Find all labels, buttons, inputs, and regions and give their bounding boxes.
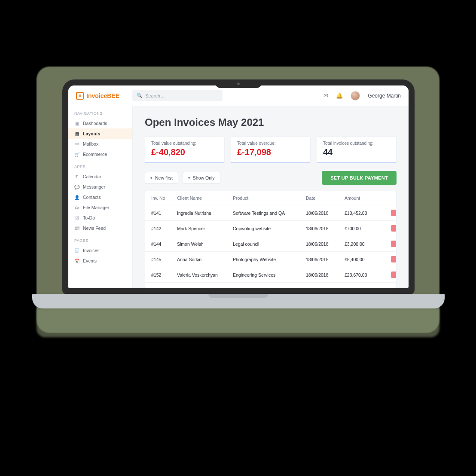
sidebar-item-to-do[interactable]: ☑To-Do xyxy=(68,213,132,223)
screen: ≡ InvoiceBEE 🔍 Search… ✉ 🔔 George Martin… xyxy=(68,85,409,288)
status-badge: DUE xyxy=(391,210,397,216)
table-cell-date: 18/06/2018 xyxy=(306,272,345,278)
laptop-base xyxy=(32,294,445,308)
table-cell-client: Ingredia Nutrisha xyxy=(177,211,233,216)
table-cell-no: #141 xyxy=(151,211,177,216)
event-icon: 📅 xyxy=(74,258,79,263)
mail-icon: ✉ xyxy=(74,141,79,146)
table-row[interactable]: #141Ingredia NutrishaSoftware Testings a… xyxy=(145,205,396,221)
sidebar-item-mailbox[interactable]: ✉Mailbox xyxy=(68,139,132,149)
calendar-icon: 🗓 xyxy=(74,174,79,179)
news-icon: 📰 xyxy=(74,226,79,231)
table-row[interactable]: #144Simon WelshLegal council18/06/2018£3… xyxy=(145,236,396,252)
folder-icon: 🗂 xyxy=(74,205,79,210)
table-cell-amount: £3,200.00 xyxy=(345,241,383,247)
brand-icon: ≡ xyxy=(76,92,84,100)
table-cell-client: Valeria Voskerchyan xyxy=(177,272,233,278)
card-label: Total value outstanding: xyxy=(151,141,218,146)
table-cell-amount: £5,400.00 xyxy=(345,257,383,262)
table-row[interactable]: #142Mark SpencerCopwriting website18/06/… xyxy=(145,221,396,236)
sidebar-item-label: Calendar xyxy=(83,174,101,179)
card-label: Total value overdue: xyxy=(237,141,304,146)
sidebar-item-contacts[interactable]: 👤Contacts xyxy=(68,192,132,202)
table-header-cell: Inv. No xyxy=(151,195,177,201)
chevron-down-icon: ▾ xyxy=(150,176,153,180)
cart-icon: 🛒 xyxy=(74,152,79,157)
card-label: Total invoices outstanding: xyxy=(323,141,390,146)
status-badge: DUE xyxy=(391,272,397,278)
table-cell-no: #152 xyxy=(151,272,177,278)
filter-label: Show Only xyxy=(193,175,215,180)
sidebar-item-file-manager[interactable]: 🗂File Manager xyxy=(68,202,132,213)
layout-icon: ▤ xyxy=(74,131,79,136)
table-row[interactable]: #145Anna SorkinPhotography Website18/06/… xyxy=(145,252,396,267)
table-cell-date: 18/06/2018 xyxy=(306,257,345,262)
sidebar-item-messanger[interactable]: 💬Messanger xyxy=(68,182,132,192)
laptop-shadow xyxy=(37,309,439,337)
table-header-cell: Client Name xyxy=(177,195,233,201)
table-cell-product: Legal council xyxy=(233,241,306,247)
sidebar-item-label: Layouts xyxy=(83,131,100,136)
sidebar-item-calendar[interactable]: 🗓Calendar xyxy=(68,171,132,182)
card-value: 44 xyxy=(323,147,390,157)
todo-icon: ☑ xyxy=(74,215,79,220)
camera-dot xyxy=(237,82,240,85)
table-cell-client: Simon Welsh xyxy=(177,241,233,247)
table-cell-no: #145 xyxy=(151,257,177,262)
search-input[interactable]: 🔍 Search… xyxy=(132,90,223,101)
status-badge: DUE xyxy=(391,225,397,232)
sidebar-item-dashboards[interactable]: ▦Dashboards xyxy=(68,118,132,128)
grid-icon: ▦ xyxy=(74,121,79,126)
table-row[interactable]: #152Valeria VoskerchyanEngineering Servi… xyxy=(145,267,396,283)
summary-card: Total invoices outstanding:44 xyxy=(317,136,397,163)
mail-icon[interactable]: ✉ xyxy=(323,92,328,99)
sidebar-item-label: Mailbox xyxy=(83,141,98,146)
table-cell-no: #142 xyxy=(151,226,177,231)
table-cell-amount: £23,670.00 xyxy=(345,272,383,278)
sidebar-item-events[interactable]: 📅Events xyxy=(68,256,132,266)
card-value: £-40,820 xyxy=(151,147,218,157)
table-header-cell: Amount xyxy=(345,195,383,201)
sidebar-item-label: To-Do xyxy=(83,215,95,220)
table-cell-amount: £700.00 xyxy=(345,226,383,231)
sidebar-item-label: News Feed xyxy=(83,226,106,231)
table-cell-product: Photography Website xyxy=(233,257,306,262)
summary-card: Total value overdue:£-17,098 xyxy=(231,136,311,163)
sidebar-item-layouts[interactable]: ▤Layouts xyxy=(68,128,132,139)
table-cell-date: 18/06/2018 xyxy=(306,241,345,247)
chevron-down-icon: ▾ xyxy=(188,176,190,180)
page-title: Open Invoices May 2021 xyxy=(145,116,397,128)
avatar[interactable] xyxy=(351,91,360,101)
sidebar-item-invoices[interactable]: 🧾Invoices xyxy=(68,245,132,256)
sort-dropdown[interactable]: ▾ New first xyxy=(145,172,178,184)
main-content: Open Invoices May 2021 Total value outst… xyxy=(133,106,409,288)
sidebar-item-label: Events xyxy=(83,258,97,263)
sidebar-item-label: Contacts xyxy=(83,195,101,200)
filter-dropdown[interactable]: ▾ Show Only xyxy=(183,172,220,184)
table-header: Inv. NoClient NameProductDateAmountStatu… xyxy=(145,191,396,205)
sidebar-item-ecommerce[interactable]: 🛒Ecommerce xyxy=(68,149,132,159)
sidebar-item-news-feed[interactable]: 📰News Feed xyxy=(68,223,132,233)
search-placeholder: Search… xyxy=(145,93,165,98)
controls-row: ▾ New first ▾ Show Only SET UP BULK PAYM… xyxy=(145,171,397,185)
table-cell-product: Copwriting website xyxy=(233,226,306,231)
summary-card: Total value outstanding:£-40,820 xyxy=(145,136,225,163)
bulk-payment-button[interactable]: SET UP BULK PAYMENT xyxy=(322,171,397,185)
table-cell-product: Software Testings and QA xyxy=(233,211,306,216)
username[interactable]: George Martin xyxy=(368,93,401,99)
card-value: £-17,098 xyxy=(237,147,304,157)
table-cell-amount: £10,452.00 xyxy=(345,211,383,216)
table-header-cell: Date xyxy=(306,195,345,201)
chat-icon: 💬 xyxy=(74,184,79,189)
sidebar-item-label: Invoices xyxy=(83,248,100,253)
status-badge: DUE xyxy=(391,256,397,262)
sidebar-heading: PAGES xyxy=(68,233,132,245)
laptop-frame: ≡ InvoiceBEE 🔍 Search… ✉ 🔔 George Martin… xyxy=(62,79,415,294)
sidebar-heading: APPS xyxy=(68,159,132,171)
topbar: ≡ InvoiceBEE 🔍 Search… ✉ 🔔 George Martin xyxy=(68,85,409,106)
bell-icon[interactable]: 🔔 xyxy=(336,92,343,99)
summary-cards: Total value outstanding:£-40,820Total va… xyxy=(145,136,397,163)
table-header-cell: Product xyxy=(233,195,306,201)
brand-text: InvoiceBEE xyxy=(86,92,119,99)
brand[interactable]: ≡ InvoiceBEE xyxy=(76,92,119,100)
